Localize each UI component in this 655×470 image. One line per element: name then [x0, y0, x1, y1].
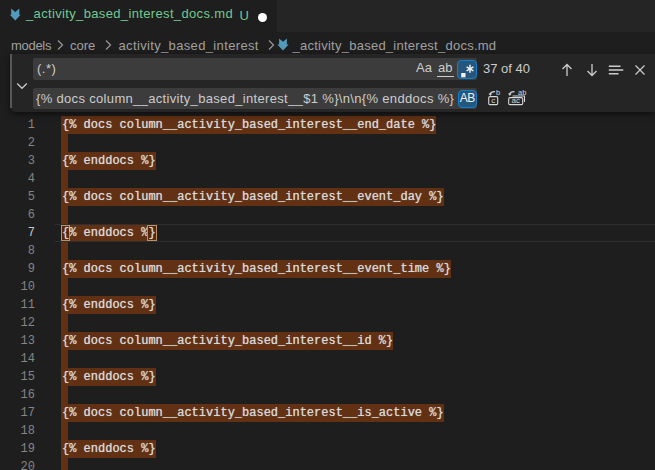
svg-text:c: c: [491, 96, 495, 105]
svg-text:ac: ac: [511, 96, 519, 105]
svg-text:b: b: [496, 89, 500, 97]
